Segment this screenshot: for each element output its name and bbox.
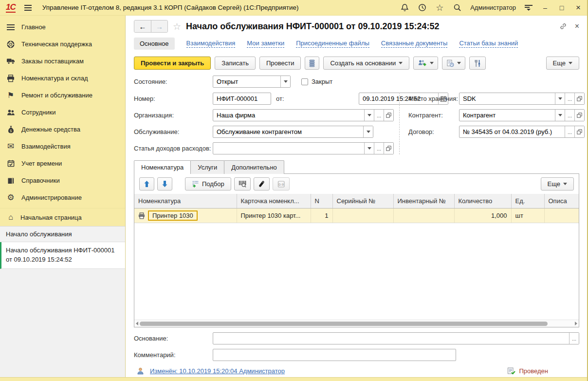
choose-button[interactable]: ...: [565, 126, 574, 137]
choose-button[interactable]: ...: [374, 110, 384, 121]
tab-related-documents[interactable]: Связанные документы: [381, 39, 448, 48]
col-n[interactable]: N: [311, 194, 332, 209]
sidebar-item-tech-support[interactable]: Техническая поддержка: [0, 36, 125, 53]
sidebar-item-money[interactable]: $ Денежные средства: [0, 121, 125, 138]
table-row[interactable]: Принтер 1030 Принтер 1030 карт... 1 1,00…: [134, 209, 579, 223]
back-button[interactable]: ←: [134, 20, 151, 32]
tab-additional[interactable]: Дополнительно: [224, 160, 284, 174]
tab-attached-files[interactable]: Присоединенные файлы: [296, 39, 369, 48]
open-item-icon[interactable]: [384, 110, 393, 121]
add-favorite-star-icon[interactable]: ☆: [173, 21, 181, 32]
tab-nomenclature[interactable]: Номенклатура: [134, 160, 191, 174]
search-icon[interactable]: [453, 3, 461, 12]
cell-description[interactable]: [544, 209, 579, 223]
maximize-button[interactable]: □: [558, 4, 566, 12]
choose-button[interactable]: ...: [374, 143, 384, 154]
focused-cell-value[interactable]: Принтер 1030: [148, 210, 198, 221]
col-quantity[interactable]: Количество: [454, 194, 511, 209]
counterparty-field[interactable]: ...: [459, 109, 585, 121]
tab-main[interactable]: Основное: [134, 38, 175, 50]
get-link-icon[interactable]: [559, 22, 567, 30]
choose-button[interactable]: ...: [565, 93, 574, 104]
dropdown-arrow-icon[interactable]: [280, 76, 290, 87]
close-window-button[interactable]: ×: [574, 3, 582, 13]
scanner-device-button[interactable]: [254, 177, 270, 190]
sidebar-item-directories[interactable]: Справочники: [0, 172, 125, 189]
col-unit[interactable]: Ед.: [511, 194, 544, 209]
add-contact-button[interactable]: [413, 57, 438, 70]
closed-checkbox[interactable]: [301, 78, 308, 85]
sidebar-item-time-tracking[interactable]: Учет времени: [0, 155, 125, 172]
dropdown-arrow-icon[interactable]: [363, 126, 373, 137]
open-item-icon[interactable]: [384, 143, 393, 154]
open-item-icon[interactable]: [574, 93, 584, 104]
tab-services[interactable]: Услуги: [190, 160, 224, 174]
number-field[interactable]: [213, 93, 271, 105]
sidebar-item-supplier-orders[interactable]: Заказы поставщикам: [0, 53, 125, 70]
window-tab-service-start-document[interactable]: Начало обслуживания НФИТ-000001 от 09.10…: [0, 242, 125, 269]
storage-field[interactable]: ...: [459, 93, 585, 105]
sidebar-item-nomenclature-warehouse[interactable]: Номенклатура и склад: [0, 70, 125, 87]
col-nomenclature[interactable]: Номенклатура: [134, 194, 237, 209]
comment-field[interactable]: [213, 349, 456, 361]
closed-checkbox-label[interactable]: Закрыт: [312, 78, 332, 85]
document-register-records-button[interactable]: [305, 57, 319, 70]
tab-knowledge-base[interactable]: Статьи базы знаний: [459, 39, 518, 48]
pick-button[interactable]: Подбор: [185, 177, 231, 190]
user-settings-icon[interactable]: [525, 5, 533, 11]
open-item-icon[interactable]: [574, 126, 584, 137]
col-serial[interactable]: Серийный №: [332, 194, 393, 209]
favorites-star-icon[interactable]: ☆: [435, 3, 444, 12]
choose-button[interactable]: ...: [569, 333, 579, 344]
state-value[interactable]: [213, 76, 280, 87]
dropdown-arrow-icon[interactable]: [364, 143, 374, 154]
tab-my-notes[interactable]: Мои заметки: [247, 39, 284, 48]
notifications-bell-icon[interactable]: [400, 3, 409, 12]
basis-field[interactable]: ...: [213, 332, 579, 344]
sidebar-item-employees[interactable]: Сотрудники: [0, 104, 125, 121]
modified-link[interactable]: Изменён: 10.10.2019 15:20:04 Администрат…: [150, 367, 285, 375]
col-card[interactable]: Карточка номенкл...: [237, 194, 311, 209]
move-up-button[interactable]: [139, 177, 154, 190]
cell-unit[interactable]: шт: [511, 209, 544, 223]
main-menu-icon[interactable]: [24, 5, 32, 11]
save-button[interactable]: Записать: [215, 57, 256, 70]
sidebar-item-main[interactable]: Главное: [0, 19, 125, 36]
minimize-button[interactable]: –: [541, 4, 549, 12]
sidebar-item-administration[interactable]: ⚙ Администрирование: [0, 189, 125, 206]
more-button[interactable]: Еще: [546, 57, 579, 70]
horizontal-scrollbar[interactable]: [134, 320, 579, 327]
scroll-left-icon[interactable]: [136, 322, 138, 325]
cell-inventory[interactable]: [393, 209, 454, 223]
post-button[interactable]: Провести: [259, 57, 301, 70]
open-item-icon[interactable]: [574, 110, 584, 121]
sidebar-item-repair-service[interactable]: ⚑ Ремонт и обслуживание: [0, 87, 125, 104]
state-select[interactable]: [213, 76, 291, 88]
forward-button[interactable]: →: [151, 20, 167, 32]
organization-field[interactable]: ...: [213, 109, 394, 121]
current-user[interactable]: Администратор: [470, 4, 516, 11]
history-icon[interactable]: [418, 3, 426, 12]
barcode-search-button[interactable]: [234, 177, 251, 190]
col-description[interactable]: Описа: [544, 194, 579, 209]
col-inventory[interactable]: Инвентарный №: [393, 194, 454, 209]
close-form-button[interactable]: ×: [575, 22, 579, 31]
cell-serial[interactable]: [332, 209, 393, 223]
table-more-button[interactable]: Еще: [541, 177, 574, 190]
window-tab-service-start-list[interactable]: Начало обслуживания: [0, 227, 125, 242]
cell-card[interactable]: Принтер 1030 карт...: [237, 209, 311, 223]
scroll-right-icon[interactable]: [575, 322, 577, 325]
cell-nomenclature[interactable]: Принтер 1030: [134, 209, 237, 223]
sidebar-item-interactions[interactable]: ✉ Взаимодействия: [0, 138, 125, 155]
move-down-button[interactable]: [157, 177, 172, 190]
cell-quantity[interactable]: 1,000: [454, 209, 511, 223]
dropdown-arrow-icon[interactable]: [555, 110, 565, 121]
create-based-on-button[interactable]: Создать на основании: [323, 57, 409, 70]
cell-n[interactable]: 1: [311, 209, 332, 223]
home-page-item[interactable]: ⌂ Начальная страница: [0, 208, 125, 226]
contract-field[interactable]: ...: [459, 126, 585, 138]
tab-interactions[interactable]: Взаимодействия: [186, 39, 236, 48]
dropdown-arrow-icon[interactable]: [555, 93, 565, 104]
tools-button[interactable]: [469, 57, 486, 70]
income-item-field[interactable]: ...: [213, 142, 394, 154]
